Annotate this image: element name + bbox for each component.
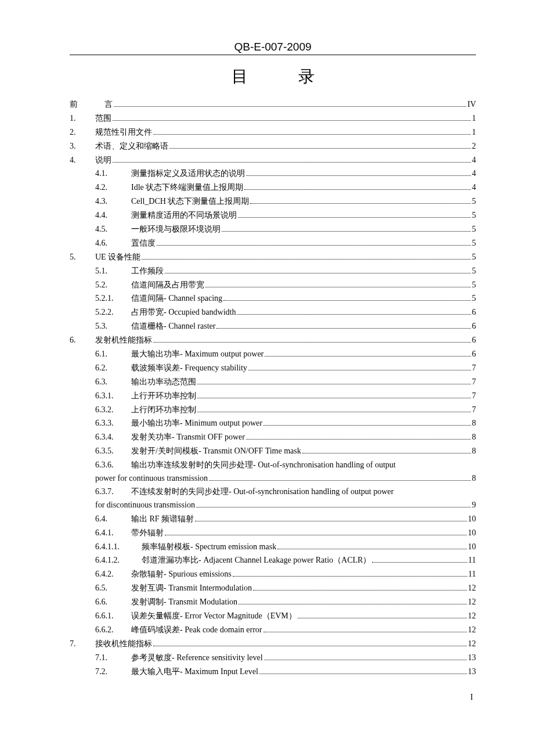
toc-entry: 7.1.参考灵敏度- Reference sensitivity level13 xyxy=(70,651,476,664)
toc-leader-dots xyxy=(239,603,467,604)
toc-leader-dots xyxy=(298,617,467,618)
toc-entry: 6.3.2.上行闭环功率控制7 xyxy=(70,404,476,416)
toc-entry-page: 11 xyxy=(468,568,476,581)
toc-leader-dots xyxy=(302,452,471,453)
toc-entry-label: 测量精度适用的不同场景说明 xyxy=(131,209,237,222)
toc-leader-dots xyxy=(165,534,467,535)
toc-entry-page: 7 xyxy=(472,362,476,375)
toc-entry-number: 7.2. xyxy=(95,665,131,678)
toc-entry-number: 6.4.1. xyxy=(95,527,131,539)
toc-entry-number: 4.3. xyxy=(95,195,131,208)
toc-entry-page: 5 xyxy=(472,279,476,291)
toc-leader-dots xyxy=(264,631,467,632)
toc-entry: 1.范围1 xyxy=(70,112,476,125)
toc-entry-page: 12 xyxy=(468,582,476,595)
toc-entry: 前言IV xyxy=(70,98,476,111)
toc-entry: 6.3.7.不连续发射时的失同步处理- Out-of-synchronisati… xyxy=(70,485,476,512)
toc-leader-dots xyxy=(113,161,471,163)
toc-entry: 2.规范性引用文件1 xyxy=(70,126,476,139)
toc-entry: 5.2.1.信道间隔- Channel spacing5 xyxy=(70,292,476,305)
toc-leader-dots xyxy=(244,189,471,190)
toc-entry: 5.3.信道栅格- Channel raster6 xyxy=(70,320,476,333)
toc-leader-dots xyxy=(265,355,471,357)
toc-leader-dots xyxy=(223,300,471,301)
toc-entry: 5.UE 设备性能5 xyxy=(70,251,476,264)
toc-entry-number: 4.2. xyxy=(95,181,131,194)
toc-entry-label: power for continuous transmission xyxy=(95,472,208,485)
table-of-contents: 前言IV1.范围12.规范性引用文件13.术语、定义和缩略语24.说明44.1.… xyxy=(70,98,476,678)
toc-entry-page: 6 xyxy=(472,306,476,319)
document-id: QB-E-007-2009 xyxy=(70,41,476,53)
toc-entry-number: 6.4.2. xyxy=(95,568,131,581)
toc-entry: 5.2.2.占用带宽- Occupied bandwidth6 xyxy=(70,306,476,319)
toc-leader-dots xyxy=(165,272,471,273)
toc-entry-page: 13 xyxy=(468,665,476,678)
toc-entry: 4.5.一般环境与极限环境说明5 xyxy=(70,223,476,236)
toc-leader-dots xyxy=(142,258,471,260)
toc-entry-number: 6.3.3. xyxy=(95,417,131,430)
toc-entry-label: 最大输出功率- Maximum output power xyxy=(131,348,264,361)
toc-entry-page: 5 xyxy=(472,195,476,208)
toc-entry-number: 6.2. xyxy=(95,362,131,375)
toc-leader-dots xyxy=(237,314,471,315)
toc-entry-label: 最小输出功率- Minimum output power xyxy=(131,417,262,430)
toc-entry-number: 4.1. xyxy=(95,167,131,180)
toc-entry-page: 5 xyxy=(472,251,476,264)
toc-entry-number: 7. xyxy=(70,638,95,650)
toc-entry-label: 占用带宽- Occupied bandwidth xyxy=(131,306,236,319)
toc-entry-number: 5.2. xyxy=(95,279,131,291)
toc-entry: 6.6.1.误差矢量幅度- Error Vector Magnitude（EVM… xyxy=(70,610,476,622)
toc-entry-number: 5.1. xyxy=(95,265,131,278)
toc-entry-number: 6.5. xyxy=(95,582,131,595)
toc-entry-page: 5 xyxy=(472,209,476,222)
toc-entry: 6.1.最大输出功率- Maximum output power6 xyxy=(70,348,476,361)
toc-entry-label: Cell_DCH 状态下测量值上报周期 xyxy=(131,195,249,208)
toc-leader-dots xyxy=(205,286,471,287)
toc-entry-number: 6.4. xyxy=(95,513,131,525)
toc-entry-page: 12 xyxy=(468,610,476,622)
toc-leader-dots xyxy=(197,397,471,398)
toc-entry-page: 5 xyxy=(472,223,476,236)
toc-entry-number: 6.6.1. xyxy=(95,610,131,622)
toc-leader-dots xyxy=(238,217,471,218)
toc-entry: 4.6.置信度5 xyxy=(70,237,476,250)
toc-entry-page: IV xyxy=(467,98,476,111)
toc-leader-dots xyxy=(153,341,471,343)
toc-leader-dots xyxy=(248,369,471,370)
toc-entry-label: 频率辐射模板- Spectrum emission mask xyxy=(142,541,276,553)
toc-entry-number: 1. xyxy=(70,112,95,125)
toc-entry-label: 信道栅格- Channel raster xyxy=(131,320,215,333)
toc-entry-label: 不连续发射时的失同步处理- Out-of-synchronisation han… xyxy=(131,487,394,496)
toc-entry-number: 6.6. xyxy=(95,596,131,609)
toc-entry-label: 信道间隔及占用带宽 xyxy=(131,279,204,291)
toc-entry-page: 10 xyxy=(468,513,476,525)
toc-leader-dots xyxy=(253,589,467,591)
toc-entry: 6.4.1.2.邻道泄漏功率比- Adjacent Channel Leakag… xyxy=(70,554,476,567)
toc-entry-label: 信道间隔- Channel spacing xyxy=(131,292,222,305)
toc-entry-label: 说明 xyxy=(95,154,111,167)
toc-leader-dots xyxy=(197,383,471,384)
toc-entry-page: 5 xyxy=(472,237,476,250)
toc-entry-number: 6.4.1.1. xyxy=(95,541,142,553)
toc-entry-label: 发射关功率- Transmit OFF power xyxy=(131,431,245,444)
toc-leader-dots xyxy=(114,106,466,107)
toc-entry: 5.2.信道间隔及占用带宽5 xyxy=(70,279,476,291)
toc-entry-number: 6.3.4. xyxy=(95,431,131,444)
toc-leader-dots xyxy=(195,520,467,521)
toc-entry: 4.4.测量精度适用的不同场景说明5 xyxy=(70,209,476,222)
toc-entry-page: 12 xyxy=(468,638,476,650)
toc-entry: 6.4.1.带外辐射10 xyxy=(70,527,476,539)
toc-entry: 6.5.发射互调- Transmit Intermodulation12 xyxy=(70,582,476,595)
toc-entry-page: 1 xyxy=(472,112,476,125)
toc-entry-label: 上行开环功率控制 xyxy=(131,390,196,402)
toc-entry-label: Idle 状态下终端测量值上报周期 xyxy=(131,181,243,194)
toc-entry-number: 5. xyxy=(70,251,95,264)
toc-entry: 6.4.1.1.频率辐射模板- Spectrum emission mask10 xyxy=(70,541,476,553)
toc-entry-page: 6 xyxy=(472,348,476,361)
toc-entry: 6.4.2.杂散辐射- Spurious emissions11 xyxy=(70,568,476,581)
toc-leader-dots xyxy=(153,645,467,646)
toc-leader-dots xyxy=(372,561,467,563)
toc-entry-page: 4 xyxy=(472,154,476,167)
toc-entry-page: 10 xyxy=(468,527,476,539)
toc-entry-page: 8 xyxy=(472,431,476,444)
